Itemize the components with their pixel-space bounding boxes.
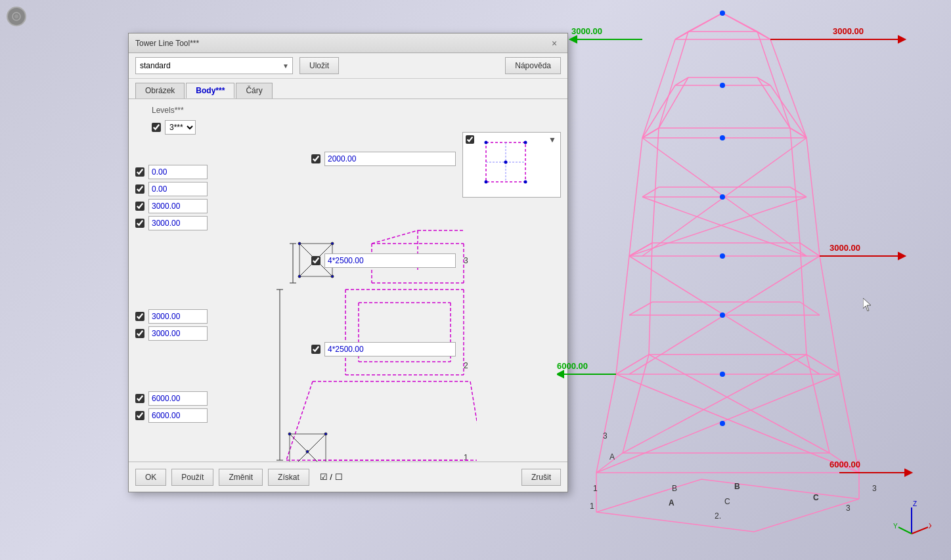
svg-point-152	[720, 135, 725, 140]
axis-indicator: Z X Y	[892, 501, 931, 540]
ok-button[interactable]: OK	[135, 469, 166, 486]
svg-line-137	[790, 128, 807, 138]
section-input-top[interactable]	[324, 152, 456, 166]
svg-point-59	[288, 433, 291, 435]
svg-line-106	[629, 302, 652, 315]
svg-point-63	[306, 450, 309, 453]
svg-line-96	[616, 256, 629, 374]
section-cb-mid[interactable]	[311, 256, 321, 265]
section-dropdown-arrow[interactable]: ▼	[548, 135, 556, 144]
svg-marker-159	[898, 36, 905, 43]
ulozit-button[interactable]: Uložit	[299, 57, 339, 74]
svg-line-110	[629, 138, 642, 256]
section-preview-box: ▼	[462, 132, 561, 198]
tab-obrazek[interactable]: Obrázek	[135, 83, 185, 98]
svg-text:B: B	[672, 484, 677, 493]
tabs-bar: Obrázek Body*** Čáry	[129, 79, 567, 99]
svg-text:Y: Y	[893, 523, 898, 530]
svg-text:X: X	[929, 523, 931, 530]
svg-point-8	[524, 181, 527, 184]
tab-cary[interactable]: Čáry	[236, 83, 272, 98]
svg-point-54	[331, 275, 334, 278]
ziskat-button[interactable]: Získat	[268, 469, 309, 486]
svg-point-5	[485, 141, 488, 144]
profile-dropdown[interactable]: standard	[135, 57, 293, 74]
pouzit-button[interactable]: Použít	[171, 469, 213, 486]
cb-level-2b[interactable]	[135, 329, 144, 338]
cb-level-1d[interactable]	[135, 219, 144, 228]
zmenit-button[interactable]: Změnit	[219, 469, 263, 486]
svg-text:3000.00: 3000.00	[833, 26, 864, 36]
section-input-mid[interactable]	[324, 253, 456, 268]
section-mid-group	[311, 253, 456, 268]
cb-level-3b[interactable]	[135, 411, 144, 420]
svg-text:3: 3	[464, 256, 468, 265]
input-level-2a[interactable]	[148, 309, 208, 324]
level-fields-group	[135, 165, 208, 230]
cb-level-1b[interactable]	[135, 184, 144, 194]
section-input-bot[interactable]	[324, 342, 456, 356]
section-cb-bot[interactable]	[311, 345, 321, 354]
section-preview-checkbox[interactable]	[466, 135, 474, 144]
view-3d: 3000.00 3000.00 3000.00 6000.00 6000.00 …	[557, 0, 951, 560]
cb-level-1a[interactable]	[135, 167, 144, 177]
svg-point-150	[720, 11, 725, 16]
svg-text:Z: Z	[913, 501, 917, 507]
input-level-2b[interactable]	[148, 326, 208, 341]
svg-line-107	[800, 302, 820, 315]
level-fields-group-2	[135, 309, 208, 341]
cursor	[863, 298, 874, 313]
svg-text:C: C	[813, 493, 819, 502]
svg-point-53	[298, 275, 301, 278]
cb-level-1c[interactable]	[135, 202, 144, 211]
input-level-3a[interactable]	[148, 391, 208, 406]
svg-point-9	[504, 161, 508, 164]
input-level-3b[interactable]	[148, 408, 208, 423]
svg-line-58	[290, 434, 326, 462]
svg-line-81	[839, 374, 859, 473]
svg-text:A: A	[609, 452, 615, 462]
levels-checkbox[interactable]	[152, 123, 161, 132]
level-fields-group-3	[135, 391, 208, 423]
svg-line-123	[790, 187, 807, 197]
svg-text:1: 1	[593, 484, 598, 493]
checkbox-symbols: ☑ / ☐	[320, 472, 343, 482]
svg-point-157	[720, 421, 725, 426]
section-cb-top[interactable]	[311, 154, 321, 163]
input-level-1c[interactable]	[148, 199, 208, 213]
input-level-1a[interactable]	[148, 165, 208, 179]
levels-dropdown[interactable]: 3***	[165, 120, 196, 135]
svg-line-111	[807, 138, 820, 256]
svg-line-31	[470, 381, 477, 460]
section-bot-group	[311, 342, 456, 356]
section-top-group	[311, 152, 456, 166]
cb-level-3a[interactable]	[135, 394, 144, 403]
svg-point-153	[720, 194, 725, 200]
svg-line-30	[286, 381, 313, 460]
svg-line-144	[659, 77, 688, 128]
svg-text:3: 3	[603, 431, 608, 441]
svg-line-84	[623, 355, 649, 453]
svg-text:B: B	[734, 482, 740, 491]
svg-point-151	[720, 83, 725, 88]
napoveda-button[interactable]: Nápověda	[505, 57, 561, 74]
tab-body[interactable]: Body***	[186, 83, 234, 98]
dialog-tower-line-tool: Tower Line Tool*** × standard ▼ Uložit N…	[128, 33, 568, 492]
svg-line-128	[642, 39, 675, 138]
input-level-1d[interactable]	[148, 216, 208, 230]
zrusit-button[interactable]: Zrušit	[521, 469, 561, 486]
svg-text:A: A	[669, 498, 675, 507]
svg-text:3: 3	[872, 484, 877, 493]
input-level-1b[interactable]	[148, 182, 208, 196]
svg-text:1: 1	[590, 502, 594, 511]
svg-marker-168	[557, 371, 564, 377]
svg-line-148	[688, 13, 722, 32]
svg-line-94	[649, 355, 829, 453]
dialog-titlebar: Tower Line Tool*** ×	[129, 33, 567, 53]
svg-line-89	[807, 355, 839, 374]
cb-level-2a[interactable]	[135, 312, 144, 321]
svg-marker-165	[570, 36, 577, 43]
svg-text:2.: 2.	[715, 511, 721, 521]
svg-point-52	[331, 242, 334, 245]
svg-text:3: 3	[846, 504, 851, 513]
